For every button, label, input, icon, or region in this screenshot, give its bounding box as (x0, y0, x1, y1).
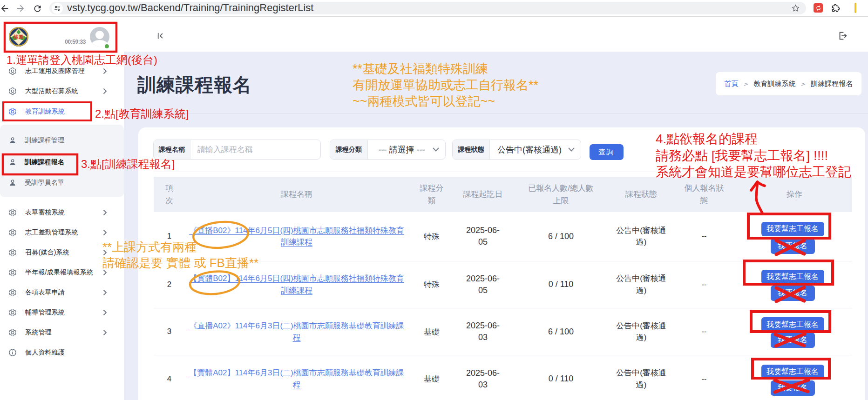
course-name-input[interactable] (190, 140, 320, 159)
collapse-sidebar-icon (156, 32, 165, 40)
cell-dates: 2025-06- 05 (455, 261, 511, 308)
svg-text:桃園: 桃園 (13, 34, 24, 40)
sidebar-collapse-button[interactable] (156, 32, 165, 40)
sidebar-item-attendance[interactable]: 志工差勤管理系統 (0, 223, 124, 242)
forward-icon (15, 3, 26, 13)
column-header-dates: 課程起訖日 (455, 177, 511, 212)
course-link[interactable]: 《直播B02》114年6月5日(四)桃園市志願服務社福類特殊教育 訓練課程 (185, 212, 408, 261)
column-header-category: 課程分 類 (408, 177, 455, 212)
cell-status: 公告中(審核通 過) (611, 212, 671, 261)
filter-divider (153, 172, 852, 172)
sidebar-item-label: 輔導管理系統 (25, 308, 65, 317)
chevron-right-icon (103, 289, 107, 296)
course-category-label: 課程分類 (330, 140, 368, 159)
url-bar[interactable]: vsty.tycg.gov.tw/Backend/Training/Traini… (49, 2, 806, 14)
register-for-volunteer-button[interactable]: 我要幫志工報名 (761, 222, 824, 237)
column-header-name: 課程名稱 (185, 177, 408, 212)
taoyuan-logo-icon: 桃園 (8, 27, 29, 47)
breadcrumb-home[interactable]: 首頁 (725, 80, 739, 88)
sidebar-item-trainee-list[interactable]: 受訓學員名單 (0, 173, 124, 192)
sidebar-item-system-management[interactable]: 系統管理 (0, 323, 124, 342)
user-icon (9, 179, 16, 187)
gear-icon (8, 228, 17, 237)
register-for-volunteer-button[interactable]: 我要幫志工報名 (761, 365, 824, 380)
extension-button[interactable] (814, 3, 823, 13)
forward-button[interactable] (15, 3, 26, 14)
register-for-volunteer-button[interactable]: 我要幫志工報名 (761, 317, 824, 332)
sidebar: 志工運用及團隊管理 大型活動召募系統 教育訓練系統 訓練課程管理 訓練課程報名 … (0, 52, 124, 400)
course-status-select[interactable]: 公告中(審核通過) (490, 140, 568, 159)
sidebar-item-guidance[interactable]: 輔導管理系統 (0, 303, 124, 322)
register-self-button[interactable]: 我要報名 (771, 380, 815, 396)
avatar-head (95, 31, 104, 39)
site-settings-button[interactable] (52, 3, 63, 14)
sidebar-item-label: 受訓學員名單 (25, 179, 64, 187)
sidebar-item-recruit-matching[interactable]: 召募(媒合)系統 (0, 243, 124, 262)
gear-icon (8, 248, 17, 257)
star-icon (792, 4, 800, 12)
sidebar-item-education-training[interactable]: 教育訓練系統 (0, 102, 124, 121)
cell-category: 基礎 (408, 355, 455, 400)
cell-status: 公告中(審核通 過) (611, 355, 671, 400)
app-header: 桃園 00:59:33 (0, 17, 868, 52)
sidebar-item-volunteer-management[interactable]: 志工運用及團隊管理 (0, 62, 124, 80)
register-for-volunteer-button[interactable]: 我要幫志工報名 (761, 270, 824, 285)
info-icon (8, 348, 17, 357)
course-link[interactable]: 【實體A02】114年6月3日(二)桃園市志願服務基礎教育訓練課 程 (185, 355, 408, 400)
course-category-select[interactable]: --- 請選擇 --- (368, 140, 433, 159)
cell-dates: 2025-06- 03 (455, 308, 511, 355)
extensions-button[interactable] (831, 3, 840, 13)
cell-count: 6 / 100 (511, 212, 611, 261)
gear-icon (8, 288, 17, 297)
register-self-button[interactable]: 我要報名 (771, 286, 815, 301)
breadcrumb-separator-icon: > (744, 80, 749, 87)
logout-icon (838, 31, 848, 41)
register-self-button[interactable]: 我要報名 (771, 239, 815, 254)
back-button[interactable] (0, 3, 10, 14)
search-button[interactable]: 查詢 (590, 144, 624, 160)
gear-icon (8, 107, 17, 116)
breadcrumb-separator-icon: > (801, 80, 806, 87)
section-divider (124, 113, 868, 113)
gear-icon (8, 87, 17, 95)
sidebar-item-course-registration[interactable]: 訓練課程報名 (0, 153, 124, 172)
cell-personal-status: -- (671, 308, 737, 355)
sidebar-item-event-recruiting[interactable]: 大型活動召募系統 (0, 82, 124, 100)
cell-count: 0 / 110 (511, 355, 611, 400)
breadcrumb-section: 教育訓練系統 (754, 80, 796, 88)
page-title: 訓練課程報名 (137, 72, 252, 98)
cell-personal-status: -- (671, 261, 737, 308)
chevron-down-icon (433, 140, 445, 159)
bookmark-button[interactable] (792, 4, 800, 12)
main-content: 訓練課程報名 首頁 > 教育訓練系統 > 訓練課程報名 課程名稱 課程分類 --… (124, 52, 868, 400)
chevron-right-icon (103, 88, 107, 94)
sidebar-item-label: 表單審核系統 (25, 208, 65, 217)
sidebar-item-form-review[interactable]: 表單審核系統 (0, 203, 124, 222)
sidebar-item-label: 半年報/成果報填報系統 (25, 268, 93, 277)
column-header-index: 項 次 (154, 177, 185, 212)
gear-icon (8, 67, 17, 75)
sidebar-item-course-management[interactable]: 訓練課程管理 (0, 131, 124, 150)
cell-index: 2 (154, 261, 185, 308)
sidebar-item-form-application[interactable]: 各項表單申請 (0, 283, 124, 302)
table-header: 項 次 課程名稱 課程分 類 課程起訖日 已報名人數/總人數 上限 課程狀態 個… (154, 177, 852, 212)
table-row: 1 《直播B02》114年6月5日(四)桃園市志願服務社福類特殊教育 訓練課程 … (154, 212, 852, 261)
sidebar-item-semiannual-report[interactable]: 半年報/成果報填報系統 (0, 263, 124, 282)
chevron-right-icon (103, 329, 107, 336)
sidebar-item-label: 系統管理 (25, 328, 52, 337)
user-icon (9, 137, 16, 144)
gear-icon (8, 268, 17, 277)
column-header-count: 已報名人數/總人數 上限 (511, 177, 611, 212)
sidebar-item-label: 召募(媒合)系統 (25, 248, 69, 257)
reload-button[interactable] (32, 3, 43, 14)
logout-button[interactable] (838, 31, 848, 41)
cell-personal-status: -- (671, 212, 737, 261)
gear-icon (8, 208, 17, 217)
register-self-button[interactable]: 我要報名 (771, 333, 815, 348)
chevron-right-icon (103, 68, 107, 74)
sidebar-item-label: 訓練課程管理 (25, 136, 64, 145)
sidebar-item-personal-profile[interactable]: 個人資料維護 (0, 343, 124, 362)
course-link[interactable]: 《直播A02》114年6月3日(二)桃園市志願服務基礎教育訓練課 程 (185, 308, 408, 355)
course-link[interactable]: 【實體B02】114年6月5日(四)桃園市志願服務社福類特殊教育 訓練課程 (185, 261, 408, 308)
cell-category: 特殊 (408, 261, 455, 308)
